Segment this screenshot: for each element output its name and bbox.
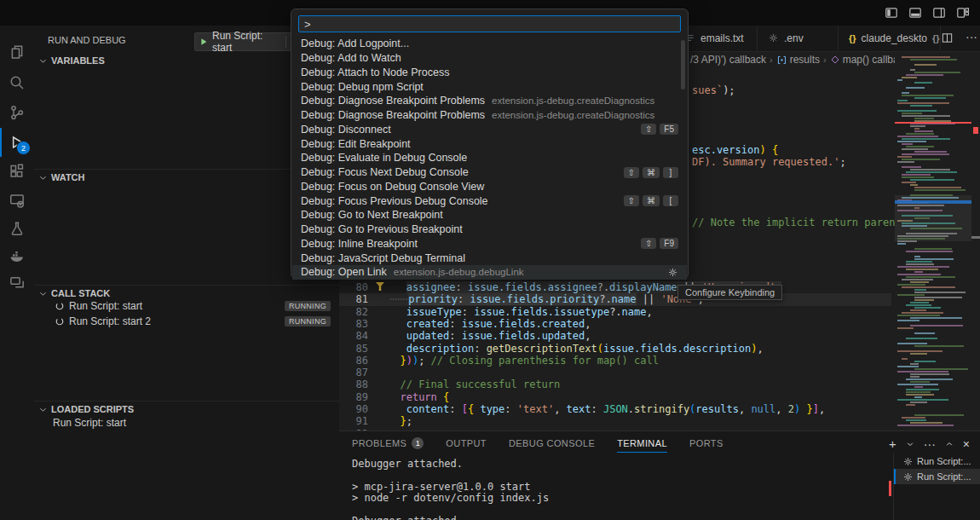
terminal-error-indicator: [889, 481, 891, 496]
editor-tab-claude_deskto[interactable]: {}claude_deskto{}: [838, 26, 941, 50]
gear-icon: [768, 32, 779, 43]
section-variables[interactable]: VARIABLES: [38, 53, 105, 68]
line-number[interactable]: 89: [339, 391, 368, 403]
variable-icon: [776, 55, 787, 66]
palette-item[interactable]: Debug: Add Logpoint...: [292, 37, 687, 51]
code-line-91[interactable]: };: [388, 415, 412, 427]
line-number[interactable]: 82: [339, 306, 368, 318]
line-number[interactable]: 88: [339, 378, 368, 390]
toggle-secondary-sidebar-icon[interactable]: [932, 6, 946, 20]
code-line-83[interactable]: created: issue.fields.created,: [388, 318, 591, 330]
activity-item-extensions[interactable]: [0, 157, 34, 186]
close-panel-icon[interactable]: ×: [963, 437, 970, 451]
code-fragment: sues`);: [692, 84, 735, 96]
palette-item[interactable]: Debug: JavaScript Debug Terminal: [292, 251, 687, 265]
more-actions-icon[interactable]: ···: [966, 32, 977, 44]
scroll-marker: [971, 236, 980, 239]
editor-tab--env[interactable]: .env: [757, 26, 838, 50]
palette-item[interactable]: Debug: Focus Next Debug Console⇧⌘]: [292, 165, 687, 180]
line-number[interactable]: 81: [339, 293, 368, 305]
panel-tab-debug-console[interactable]: DEBUG CONSOLE: [509, 431, 595, 454]
palette-item-detail: extension.js-debug.createDiagnostics: [492, 110, 654, 120]
loading-spinner-icon: [55, 301, 65, 311]
call-stack-session[interactable]: Run Script: start RUNNING: [34, 298, 339, 314]
keybinding: ⇧F5: [641, 124, 678, 135]
activity-item-comments[interactable]: [0, 269, 34, 298]
minimap[interactable]: [895, 54, 971, 430]
tooltip-configure-keybinding: Configure Keybinding: [677, 285, 782, 300]
loaded-script-item[interactable]: Run Script: start: [34, 415, 339, 430]
palette-item[interactable]: Debug: Evaluate in Debug Console: [292, 151, 687, 165]
panel-tab-output[interactable]: OUTPUT: [446, 431, 487, 454]
palette-item[interactable]: Debug: Inline Breakpoint⇧F9: [292, 237, 687, 251]
activity-bar: 2: [0, 26, 35, 520]
run-script-dropdown[interactable]: Run Script: start: [194, 32, 303, 51]
overview-ruler: [971, 54, 980, 430]
code-line-81[interactable]: ·······priority: issue.fields.priority?.…: [388, 293, 704, 305]
call-stack-session[interactable]: Run Script: start 2 RUNNING: [34, 314, 339, 329]
keybinding: ⇧⌘]: [624, 167, 678, 178]
line-number[interactable]: 84: [339, 330, 368, 342]
palette-item[interactable]: Debug: Attach to Node Process: [292, 66, 687, 80]
palette-scrollbar[interactable]: [681, 40, 685, 90]
line-number[interactable]: 83: [339, 318, 368, 330]
activity-item-source-control[interactable]: [0, 98, 34, 127]
palette-item[interactable]: Debug: Disconnect⇧F5: [292, 123, 687, 137]
split-editor-icon[interactable]: [941, 32, 954, 44]
line-number[interactable]: 91: [339, 415, 368, 427]
palette-item[interactable]: Debug: Go to Next Breakpoint: [292, 208, 687, 222]
code-line-86[interactable]: })); // Closing parenthesis for map() ca…: [388, 355, 659, 367]
code-line-90[interactable]: content: [{ type: 'text', text: JSON.str…: [388, 403, 825, 415]
toggle-sidebar-icon[interactable]: [885, 6, 898, 20]
toggle-panel-icon[interactable]: [908, 6, 922, 20]
palette-item[interactable]: Debug: Debug npm Script: [292, 79, 687, 94]
palette-item[interactable]: Debug: Go to Previous Breakpoint: [292, 222, 687, 237]
new-terminal-icon[interactable]: +: [889, 436, 896, 451]
line-number[interactable]: 80: [339, 281, 368, 293]
minimap-selection-line: [895, 200, 971, 204]
keybinding: ⇧⌘[: [624, 195, 678, 206]
maximize-panel-icon[interactable]: [945, 440, 954, 448]
section-watch[interactable]: WATCH: [38, 170, 85, 185]
sidebar-title: RUN AND DEBUG: [48, 35, 126, 45]
logpoint-icon[interactable]: [376, 282, 384, 291]
code-line-89[interactable]: return {: [388, 391, 449, 403]
palette-item[interactable]: Debug: Focus Previous Debug Console⇧⌘[: [292, 194, 687, 208]
launch-profile-icon[interactable]: [906, 440, 914, 448]
terminal-session-item[interactable]: Run Script:...: [894, 469, 980, 484]
palette-item[interactable]: Debug: Diagnose Breakpoint Problemsexten…: [292, 108, 687, 123]
activity-item-run-and-debug[interactable]: 2: [0, 128, 34, 157]
code-line-88[interactable]: // Final successful return: [388, 378, 560, 390]
line-number[interactable]: 86: [339, 355, 368, 367]
breadcrumb-item[interactable]: /3 API)') callback: [690, 54, 766, 66]
line-number[interactable]: 90: [339, 403, 368, 415]
palette-item[interactable]: Debug: Edit Breakpoint: [292, 136, 687, 151]
activity-item-testing[interactable]: [0, 214, 34, 243]
palette-item[interactable]: Debug: Add to Watch: [292, 51, 687, 66]
palette-item[interactable]: Debug: Diagnose Breakpoint Problemsexten…: [292, 94, 687, 108]
activity-item-docker[interactable]: [0, 241, 34, 270]
code-line-84[interactable]: updated: issue.fields.updated,: [388, 330, 591, 342]
code-line-82[interactable]: issueType: issue.fields.issuetype?.name,: [388, 306, 653, 318]
debug-badge: 2: [16, 141, 31, 155]
terminal-session-item[interactable]: Run Script:...: [894, 454, 980, 469]
panel-tab-terminal[interactable]: TERMINAL: [617, 431, 667, 454]
command-input[interactable]: [298, 15, 681, 32]
activity-item-remote-explorer[interactable]: [0, 186, 34, 215]
palette-item[interactable]: Debug: Open Linkextension.js-debug.debug…: [292, 265, 687, 280]
vscode-window: 2 RUN AND DEBUG Run Script: start VARIAB…: [0, 0, 980, 520]
palette-item-detail: extension.js-debug.debugLink: [394, 267, 524, 277]
line-number[interactable]: 87: [339, 367, 368, 378]
line-number[interactable]: 85: [339, 343, 368, 355]
customize-layout-icon[interactable]: [956, 6, 970, 20]
views-more-icon[interactable]: ···: [924, 437, 936, 451]
palette-item[interactable]: Debug: Focus on Debug Console View: [292, 180, 687, 194]
activity-item-search[interactable]: [0, 68, 34, 97]
panel-tab-problems[interactable]: PROBLEMS1: [352, 431, 424, 454]
panel-tab-ports[interactable]: PORTS: [689, 431, 723, 454]
code-line-85[interactable]: description: getDescriptionText(issue.fi…: [388, 343, 764, 355]
breadcrumb-item[interactable]: results: [776, 54, 820, 66]
code-fragment: esc.version) {: [692, 144, 778, 156]
activity-item-explorer[interactable]: [0, 38, 34, 66]
configure-keybinding-gear-icon[interactable]: [667, 267, 678, 278]
